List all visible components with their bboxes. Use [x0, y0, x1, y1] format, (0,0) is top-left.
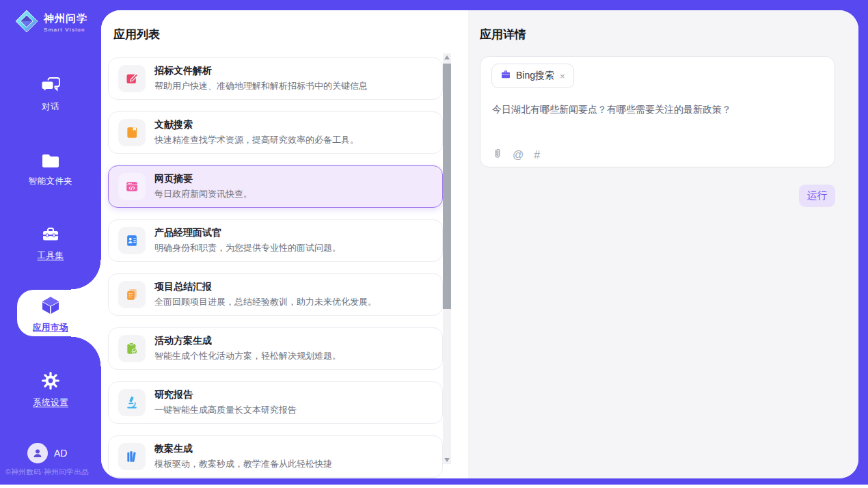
app-desc: 智能生成个性化活动方案，轻松解决规划难题。	[154, 350, 341, 362]
scrollbar-thumb[interactable]	[443, 64, 451, 309]
sidebar-item-settings[interactable]: 系统设置	[0, 370, 101, 409]
prompt-input-card[interactable]: Bing搜索 × 今日湖北有哪些新闻要点？有哪些需要关注的最新政策？ @ #	[480, 56, 835, 167]
sidebar: 神州问学 Smart Vision 对话 智	[0, 0, 101, 485]
query-text[interactable]: 今日湖北有哪些新闻要点？有哪些需要关注的最新政策？	[492, 104, 820, 116]
app-card-bid-parse[interactable]: 招标文件解析 帮助用户快速、准确地理解和解析招标书中的关键信息	[108, 57, 443, 100]
microscope-icon	[118, 389, 146, 416]
app-name: 招标文件解析	[154, 65, 368, 77]
app-list-title: 应用列表	[113, 27, 160, 42]
tool-chip-label: Bing搜索	[516, 70, 554, 82]
app-card-event-plan[interactable]: 活动方案生成 智能生成个性化活动方案，轻松解决规划难题。	[108, 327, 443, 370]
toolbox-icon	[41, 225, 60, 245]
app-card-web-summary[interactable]: 网页摘要 每日政府新闻资讯快查。	[108, 165, 443, 208]
edit-document-icon	[118, 65, 146, 92]
sidebar-item-label: 智能文件夹	[0, 176, 101, 187]
hashtag-icon[interactable]: #	[534, 149, 540, 161]
main-container: 应用列表 招标文件解析 帮助用户快速、准确地理解和解析招标书中的关键信息	[101, 10, 858, 478]
app-desc: 明确身份和职责，为您提供专业性的面试问题。	[154, 242, 341, 254]
sidebar-item-label: 系统设置	[0, 397, 101, 409]
chat-icon	[40, 77, 61, 97]
sidebar-item-toolbox[interactable]: 工具集	[0, 225, 101, 262]
avatar	[27, 443, 48, 463]
app-name: 产品经理面试官	[154, 227, 341, 239]
run-button[interactable]: 运行	[799, 185, 835, 207]
app-background: 神州问学 Smart Vision 对话 智	[0, 0, 868, 485]
app-name: 文献搜索	[154, 119, 359, 131]
gear-icon	[40, 370, 61, 391]
mention-icon[interactable]: @	[513, 149, 524, 161]
app-card-pm-interviewer[interactable]: 产品经理面试官 明确身份和职责，为您提供专业性的面试问题。	[108, 219, 443, 262]
app-name: 教案生成	[154, 443, 332, 455]
sidebar-item-smart-folder[interactable]: 智能文件夹	[0, 152, 101, 187]
brand-name: 神州问学	[44, 12, 87, 25]
app-name: 网页摘要	[154, 173, 252, 185]
user-initials: AD	[54, 448, 67, 459]
cube-icon	[40, 295, 61, 316]
list-scrollbar[interactable]	[443, 53, 451, 464]
user-account[interactable]: AD	[27, 443, 67, 463]
tool-chip-bing-search[interactable]: Bing搜索 ×	[491, 64, 574, 88]
app-list-panel: 应用列表 招标文件解析 帮助用户快速、准确地理解和解析招标书中的关键信息	[101, 10, 468, 478]
app-cards: 招标文件解析 帮助用户快速、准确地理解和解析招标书中的关键信息 文献搜索 快速精…	[108, 57, 443, 478]
sidebar-item-label: 工具集	[0, 250, 101, 262]
app-card-project-summary[interactable]: 项目总结汇报 全面回顾项目进展，总结经验教训，助力未来优化发展。	[108, 273, 443, 316]
sidebar-item-chat[interactable]: 对话	[0, 77, 101, 113]
app-desc: 快速精准查找学术资源，提高研究效率的必备工具。	[154, 134, 359, 146]
brand-subtitle: Smart Vision	[44, 27, 87, 33]
bubble-corner-bottom	[71, 336, 101, 366]
attachment-icon[interactable]	[492, 148, 502, 162]
briefcase-icon	[500, 69, 511, 83]
app-detail-title: 应用详情	[480, 27, 526, 42]
resume-icon	[118, 227, 146, 254]
clipboard-check-icon	[118, 335, 146, 362]
app-desc: 全面回顾项目进展，总结经验教训，助力未来优化发展。	[154, 296, 377, 308]
close-icon[interactable]: ×	[560, 71, 565, 81]
sidebar-item-label: 对话	[0, 101, 101, 113]
app-name: 研究报告	[154, 389, 297, 401]
scroll-down-icon[interactable]	[444, 458, 450, 462]
app-desc: 帮助用户快速、准确地理解和解析招标书中的关键信息	[154, 80, 368, 92]
diamond-logo-icon	[14, 9, 39, 36]
app-card-lesson-plan[interactable]: 教案生成 模板驱动，教案秒成，教学准备从此轻松快捷	[108, 435, 443, 478]
sidebar-item-app-market[interactable]: 应用市场	[0, 295, 101, 334]
bubble-corner-top	[71, 260, 101, 290]
brand-logo: 神州问学 Smart Vision	[14, 9, 87, 36]
folder-icon	[41, 152, 60, 172]
app-detail-panel: 应用详情 Bing搜索 × 今日湖北有哪些新闻要点？有哪些需要关注的最新政策？	[468, 10, 858, 478]
copyright-footer: ©神州数码·神州问学出品	[5, 467, 89, 477]
app-name: 项目总结汇报	[154, 281, 377, 293]
app-desc: 一键智能生成高质量长文本研究报告	[154, 404, 297, 416]
app-name: 活动方案生成	[154, 335, 341, 347]
app-desc: 每日政府新闻资讯快查。	[154, 188, 252, 200]
books-icon	[118, 443, 146, 470]
book-icon	[118, 119, 146, 146]
copy-docs-icon	[118, 281, 146, 308]
input-toolbar: @ #	[492, 148, 540, 162]
app-card-research-report[interactable]: 研究报告 一键智能生成高质量长文本研究报告	[108, 381, 443, 424]
web-code-icon	[118, 173, 146, 200]
app-desc: 模板驱动，教案秒成，教学准备从此轻松快捷	[154, 458, 332, 470]
app-card-literature-search[interactable]: 文献搜索 快速精准查找学术资源，提高研究效率的必备工具。	[108, 111, 443, 154]
scroll-up-icon[interactable]	[444, 55, 450, 59]
sidebar-item-label: 应用市场	[0, 322, 101, 334]
